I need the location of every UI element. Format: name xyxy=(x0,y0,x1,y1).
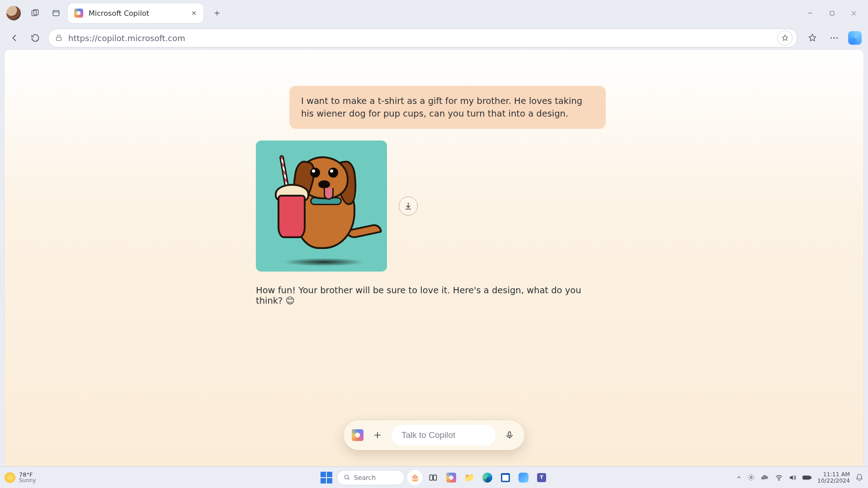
add-attachment-button[interactable] xyxy=(371,428,384,442)
taskbar-app-taskview[interactable] xyxy=(425,470,441,485)
copilot-sidebar-icon[interactable] xyxy=(848,31,862,45)
svg-point-7 xyxy=(836,37,838,38)
taskbar-app-store[interactable] xyxy=(498,470,513,485)
taskbar-app-cake[interactable]: 🎂 xyxy=(407,470,423,485)
svg-rect-14 xyxy=(803,476,810,479)
svg-rect-3 xyxy=(830,11,834,15)
svg-point-13 xyxy=(778,479,779,480)
svg-rect-10 xyxy=(430,475,433,480)
compose-bar xyxy=(344,420,524,450)
assistant-message: How fun! Your brother will be sure to lo… xyxy=(256,285,606,306)
favorites-icon[interactable] xyxy=(805,30,820,46)
weather-widget[interactable]: 78°F Sunny xyxy=(5,472,36,483)
taskbar-search[interactable]: Search xyxy=(337,470,405,485)
titlebar: Microsoft Copilot xyxy=(0,0,868,26)
clock[interactable]: 11:11 AM 10/22/2024 xyxy=(817,471,850,483)
taskbar-app-copilot-chat[interactable] xyxy=(516,470,531,485)
svg-rect-2 xyxy=(53,10,59,16)
sun-icon xyxy=(5,472,15,483)
new-tab-button[interactable] xyxy=(209,5,225,21)
tab-actions-icon[interactable] xyxy=(47,4,65,22)
profile-avatar[interactable] xyxy=(6,6,21,20)
weather-condition: Sunny xyxy=(19,478,36,483)
url-text: https://copilot.microsoft.com xyxy=(68,33,772,43)
svg-point-5 xyxy=(830,37,832,38)
more-menu-icon[interactable] xyxy=(826,30,842,46)
close-tab-icon[interactable] xyxy=(191,10,197,16)
download-button[interactable] xyxy=(399,197,418,216)
taskbar-app-teams[interactable]: T xyxy=(534,470,549,485)
battery-icon[interactable] xyxy=(802,473,812,483)
browser-toolbar: https://copilot.microsoft.com xyxy=(0,26,868,50)
notifications-icon[interactable] xyxy=(855,474,863,482)
wifi-icon[interactable] xyxy=(775,474,783,482)
svg-rect-8 xyxy=(509,432,511,436)
svg-point-6 xyxy=(833,37,835,38)
svg-rect-4 xyxy=(57,38,61,41)
back-button[interactable] xyxy=(6,30,23,46)
address-bar[interactable]: https://copilot.microsoft.com xyxy=(48,28,797,47)
refresh-button[interactable] xyxy=(27,30,43,46)
mic-button[interactable] xyxy=(503,428,516,442)
taskbar: 78°F Sunny Search 🎂 📁 T 11:11 AM 10/22/2… xyxy=(0,466,868,488)
browser-tab[interactable]: Microsoft Copilot xyxy=(68,3,203,23)
date-text: 10/22/2024 xyxy=(817,478,850,483)
shopping-icon[interactable] xyxy=(777,30,793,46)
svg-point-12 xyxy=(750,476,752,478)
minimize-button[interactable] xyxy=(799,4,821,22)
user-message: I want to make a t-shirt as a gift for m… xyxy=(289,86,606,129)
svg-rect-11 xyxy=(434,475,437,480)
tab-title: Microsoft Copilot xyxy=(89,9,185,18)
taskbar-app-explorer[interactable]: 📁 xyxy=(462,470,477,485)
system-tray[interactable]: 11:11 AM 10/22/2024 xyxy=(736,471,863,483)
start-button[interactable] xyxy=(319,470,334,485)
volume-icon[interactable] xyxy=(788,474,797,482)
svg-point-9 xyxy=(345,475,349,479)
onedrive-icon[interactable] xyxy=(760,473,769,482)
taskbar-app-copilot[interactable] xyxy=(443,470,459,485)
compose-input[interactable] xyxy=(392,425,495,446)
copilot-icon xyxy=(74,9,83,18)
copilot-icon[interactable] xyxy=(352,429,363,441)
maximize-button[interactable] xyxy=(821,4,843,22)
workspaces-icon[interactable] xyxy=(26,4,44,22)
chevron-up-icon[interactable] xyxy=(736,474,742,480)
generated-image[interactable] xyxy=(256,141,387,272)
tray-settings-icon[interactable] xyxy=(747,474,755,481)
page-content: I want to make a t-shirt as a gift for m… xyxy=(5,50,863,466)
time-text: 11:11 AM xyxy=(823,471,850,477)
search-placeholder: Search xyxy=(354,474,376,481)
taskbar-app-edge[interactable] xyxy=(480,470,495,485)
close-window-button[interactable] xyxy=(843,4,864,22)
svg-rect-15 xyxy=(810,477,811,479)
site-info-icon[interactable] xyxy=(55,34,63,42)
